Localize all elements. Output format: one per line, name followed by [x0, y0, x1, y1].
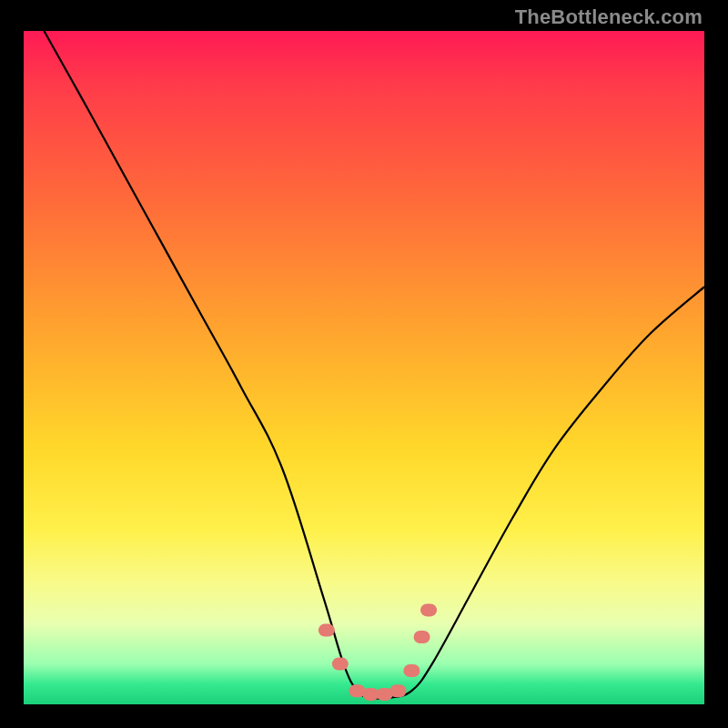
curve-marker [332, 658, 349, 671]
curve-layer [24, 31, 704, 704]
chart-frame: TheBottleneck.com [0, 0, 728, 728]
curve-marker [420, 603, 437, 616]
curve-marker [414, 631, 430, 643]
curve-marker [403, 664, 420, 677]
bottleneck-curve [44, 31, 704, 699]
curve-markers [318, 603, 437, 701]
curve-marker [389, 684, 406, 697]
curve-marker [318, 624, 335, 637]
plot-area [24, 31, 704, 704]
attribution-label: TheBottleneck.com [515, 5, 703, 29]
